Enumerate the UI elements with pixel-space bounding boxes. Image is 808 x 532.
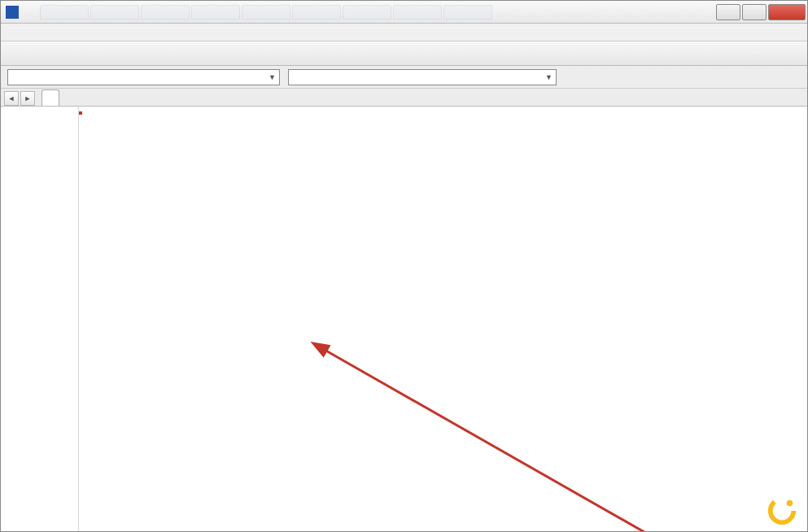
chevron-down-icon: ▼ [545,73,552,81]
class-browser-bar: ▼ ▼ [1,66,807,89]
watermark [767,495,802,526]
line-gutter [1,107,79,531]
menu-bar [1,24,807,41]
tab-prev-button[interactable]: ◄ [4,91,19,106]
background-tabs [40,5,716,20]
window-controls [716,4,806,20]
chevron-down-icon: ▼ [269,73,276,81]
scope-combo[interactable]: ▼ [7,69,280,85]
code-editor[interactable] [1,107,807,531]
minimize-button[interactable] [716,4,740,20]
svg-point-2 [787,500,793,507]
maximize-button[interactable] [742,4,767,20]
watermark-icon [767,495,797,526]
close-button[interactable] [768,4,806,20]
code-area[interactable] [79,107,807,531]
tab-next-button[interactable]: ► [20,91,35,106]
editor-tabstrip: ◄ ► [1,89,807,107]
editor-tab[interactable] [41,89,59,106]
app-icon [6,6,19,19]
svg-line-0 [323,349,649,532]
members-combo[interactable]: ▼ [288,69,557,85]
highlight-box [79,111,82,115]
annotation-arrow [79,111,649,532]
title-bar [1,1,807,24]
toolbar [1,41,807,66]
